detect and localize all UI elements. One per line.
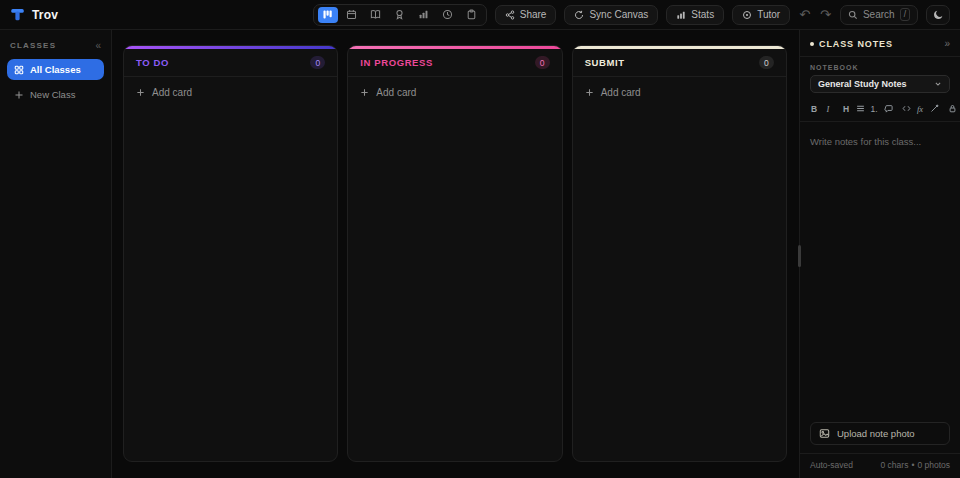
search-shortcut-badge: / [900,8,910,21]
column-header: TO DO 0 [124,49,337,77]
classes-heading: CLASSES [10,41,56,50]
sidebar-item-label: All Classes [30,64,81,75]
italic-icon[interactable]: I [823,102,833,115]
code-icon[interactable] [901,102,911,115]
plus-icon [14,90,24,100]
moon-icon [933,9,944,20]
topbar-controls: Share Sync Canvas Stats Tutor ↶ ↷ [313,4,950,26]
share-icon [505,10,515,20]
add-card-button[interactable]: Add card [348,77,561,108]
notes-counters: 0 chars • 0 photos [881,460,950,470]
search-icon [848,10,858,20]
tutor-icon [742,10,752,20]
column-header: SUBMIT 0 [573,49,786,77]
upload-note-photo-label: Upload note photo [837,428,915,439]
notebook-label: NOTEBOOK [810,64,950,71]
comment-icon[interactable] [883,102,893,115]
book-view-icon[interactable] [366,7,386,23]
sidebar-item-all-classes[interactable]: All Classes [7,59,104,80]
tutor-label: Tutor [757,9,780,20]
autosave-status: Auto-saved [810,460,853,470]
column-title: SUBMIT [585,57,625,68]
sync-canvas-label: Sync Canvas [589,9,648,20]
brand: Trov [10,7,58,22]
notes-panel-header: CLASS NOTES » [800,30,960,57]
notes-panel-title: CLASS NOTES [819,39,939,49]
list-icon[interactable] [855,102,865,115]
photo-count: 0 photos [917,460,950,470]
column-in-progress: IN PROGRESS 0 Add card [347,45,562,462]
search-input[interactable]: Search / [840,5,918,25]
sync-canvas-button[interactable]: Sync Canvas [564,5,658,25]
collapse-sidebar-icon[interactable]: « [95,40,101,51]
share-button[interactable]: Share [495,5,557,25]
stats-button[interactable]: Stats [666,5,724,25]
notebook-section: NOTEBOOK General Study Notes [800,57,960,99]
lock-icon[interactable] [947,102,957,115]
main-layout: CLASSES « All Classes New Class TO DO 0 [0,30,960,478]
char-count: 0 chars [881,460,909,470]
notes-editor-placeholder: Write notes for this class... [810,136,921,147]
card-count-badge: 0 [535,56,550,69]
trov-logo-icon [10,7,25,22]
panel-resize-handle[interactable] [798,245,801,267]
app-title: Trov [32,8,58,22]
upload-note-photo-button[interactable]: Upload note photo [810,422,950,445]
grid-icon [14,65,24,75]
share-label: Share [520,9,547,20]
column-title: IN PROGRESS [360,57,433,68]
undo-icon[interactable]: ↶ [798,8,811,21]
topbar: Trov [0,0,960,30]
plus-icon [360,88,369,97]
stats-icon [676,10,686,20]
pen-icon[interactable] [929,102,939,115]
plus-icon [136,88,145,97]
notebook-selected-value: General Study Notes [818,79,907,89]
chevron-down-icon [934,80,942,88]
card-count-badge: 0 [759,56,774,69]
sync-icon [574,10,584,20]
add-card-label: Add card [152,87,192,98]
add-card-button[interactable]: Add card [124,77,337,108]
formula-icon[interactable]: fx [915,102,925,115]
kanban-view-icon[interactable] [318,7,338,23]
add-card-label: Add card [376,87,416,98]
ordered-list-icon[interactable]: 1. [869,102,879,115]
add-card-button[interactable]: Add card [573,77,786,108]
sidebar: CLASSES « All Classes New Class [0,30,112,478]
sidebar-item-label: New Class [30,89,75,100]
column-to-do: TO DO 0 Add card [123,45,338,462]
theme-toggle-button[interactable] [926,5,950,25]
stats-label: Stats [691,9,714,20]
heading-icon[interactable]: H [841,102,851,115]
calendar-view-icon[interactable] [342,7,362,23]
formatting-toolbar: B I H 1. fx [800,99,960,122]
column-submit: SUBMIT 0 Add card [572,45,787,462]
kanban-board: TO DO 0 Add card IN PROGRESS 0 Add card [112,30,799,478]
sidebar-header: CLASSES « [7,38,104,59]
notes-dot-icon [810,42,814,46]
view-switcher [313,4,487,26]
award-view-icon[interactable] [390,7,410,23]
counter-separator: • [911,460,914,470]
redo-icon[interactable]: ↷ [819,8,832,21]
clipboard-view-icon[interactable] [462,7,482,23]
sidebar-item-new-class[interactable]: New Class [7,84,104,105]
column-header: IN PROGRESS 0 [348,49,561,77]
bold-icon[interactable]: B [809,102,819,115]
class-notes-panel: CLASS NOTES » NOTEBOOK General Study Not… [799,30,960,478]
chart-view-icon[interactable] [414,7,434,23]
expand-panel-icon[interactable]: » [944,38,950,49]
column-title: TO DO [136,57,169,68]
notebook-select[interactable]: General Study Notes [810,75,950,93]
tutor-button[interactable]: Tutor [732,5,790,25]
card-count-badge: 0 [310,56,325,69]
notes-editor[interactable]: Write notes for this class... [800,122,960,414]
add-card-label: Add card [601,87,641,98]
notes-panel-footer: Auto-saved 0 chars • 0 photos [800,453,960,478]
plus-icon [585,88,594,97]
clock-view-icon[interactable] [438,7,458,23]
image-icon [819,428,830,439]
search-placeholder: Search [863,9,895,20]
